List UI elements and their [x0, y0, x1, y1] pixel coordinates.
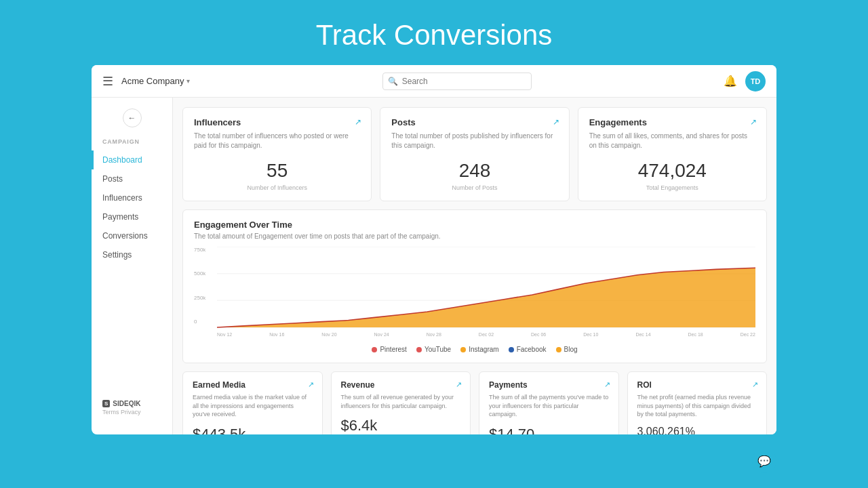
x-label: Dec 10: [583, 332, 598, 337]
engagements-title: Engagements: [589, 117, 755, 127]
legend-label-youtube: YouTube: [425, 346, 451, 353]
sidebar-item-label: Settings: [102, 250, 132, 260]
x-label: Nov 12: [217, 332, 232, 337]
y-label-750k: 750k: [194, 247, 216, 253]
revenue-link-icon[interactable]: ↗: [456, 380, 462, 389]
revenue-desc: The sum of all revenue generated by your…: [341, 393, 461, 410]
sidebar-item-influencers[interactable]: Influencers: [92, 188, 172, 207]
influencers-link-icon[interactable]: ↗: [355, 117, 361, 127]
sidebar-item-dashboard[interactable]: Dashboard: [92, 150, 172, 169]
revenue-title: Revenue: [341, 380, 461, 390]
sidebar-item-label: Posts: [102, 174, 123, 184]
influencers-card: Influencers ↗ The total number of influe…: [182, 107, 372, 201]
stats-row: Influencers ↗ The total number of influe…: [182, 107, 767, 201]
x-label: Nov 20: [321, 332, 336, 337]
x-label: Dec 06: [531, 332, 546, 337]
engagements-desc: The sum of all likes, comments, and shar…: [589, 131, 755, 150]
sidebar-item-conversions[interactable]: Conversions: [92, 226, 172, 245]
legend-pinterest: Pinterest: [372, 346, 406, 353]
x-label: Nov 24: [374, 332, 389, 337]
avatar[interactable]: TD: [745, 71, 766, 92]
legend-label-pinterest: Pinterest: [380, 346, 406, 353]
posts-title: Posts: [391, 117, 557, 127]
influencers-sublabel: Number of Influencers: [194, 184, 360, 191]
influencers-desc: The total number of influencers who post…: [194, 131, 360, 150]
y-label-500k: 500k: [194, 270, 216, 277]
legend-dot-youtube: [416, 347, 422, 352]
engagements-sublabel: Total Engagements: [589, 184, 755, 191]
legend-dot-instagram: [460, 347, 466, 352]
sidebar-item-settings[interactable]: Settings: [92, 245, 172, 264]
top-nav: ☰ Acme Company ▾ 🔍 🔔 TD: [92, 65, 776, 98]
legend-instagram: Instagram: [460, 346, 498, 353]
chat-bubble[interactable]: 💬: [752, 449, 776, 473]
earned-media-card: Earned Media ↗ Earned media value is the…: [182, 371, 323, 434]
chart-svg: [217, 247, 755, 328]
sidebar-item-label: Dashboard: [102, 155, 142, 165]
search-bar: 🔍: [382, 73, 532, 90]
posts-link-icon[interactable]: ↗: [553, 117, 559, 127]
chart-desc: The total amount of Engagement over time…: [194, 232, 755, 240]
chart-legend: Pinterest YouTube Instagram Facebook: [194, 346, 755, 353]
posts-card: Posts ↗ The total number of posts publis…: [380, 107, 569, 201]
company-selector[interactable]: Acme Company ▾: [121, 76, 190, 86]
main-content: ← CAMPAIGN Dashboard Posts Influencers P…: [92, 98, 776, 434]
search-icon: 🔍: [388, 77, 398, 86]
y-axis: 750k 500k 250k 0: [194, 247, 216, 325]
earned-media-title: Earned Media: [193, 380, 313, 390]
logo-icon: S: [102, 400, 110, 407]
legend-facebook: Facebook: [509, 346, 547, 353]
x-label: Dec 18: [688, 332, 703, 337]
sidebar-logo: S SIDEQIK Terms Privacy: [92, 392, 172, 424]
search-input[interactable]: [382, 73, 532, 90]
earned-media-value: $443.5k: [193, 426, 313, 434]
x-label: Dec 22: [741, 332, 755, 337]
chart-title: Engagement Over Time: [194, 220, 755, 230]
influencers-value: 55: [194, 160, 360, 182]
payments-desc: The sum of all the payments you've made …: [489, 393, 609, 419]
x-axis-labels: Nov 12 Nov 16 Nov 20 Nov 24 Nov 28 Dec 0…: [217, 332, 755, 337]
logo-text: S SIDEQIK: [102, 400, 140, 407]
page-title: Track Conversions: [0, 0, 868, 65]
earned-media-desc: Earned media value is the market value o…: [193, 393, 313, 419]
sidebar-item-label: Payments: [102, 212, 138, 222]
x-label: Nov 16: [269, 332, 284, 337]
hamburger-icon[interactable]: ☰: [102, 74, 113, 89]
engagements-link-icon[interactable]: ↗: [750, 117, 757, 127]
roi-desc: The net profit (earned media plus revenu…: [637, 393, 757, 419]
payments-title: Payments: [489, 380, 609, 390]
legend-youtube: YouTube: [416, 346, 451, 353]
posts-value: 248: [391, 160, 557, 182]
company-name: Acme Company: [121, 76, 184, 86]
back-button[interactable]: ←: [123, 108, 142, 127]
payments-value: $14.70: [489, 426, 609, 434]
revenue-value: $6.4k: [341, 417, 461, 434]
roi-link-icon[interactable]: ↗: [752, 380, 758, 389]
content-area: Influencers ↗ The total number of influe…: [173, 98, 776, 434]
sidebar-item-payments[interactable]: Payments: [92, 207, 172, 226]
engagements-value: 474,024: [589, 160, 755, 182]
sidebar-item-label: Influencers: [102, 193, 142, 203]
chart-container: 750k 500k 250k 0: [194, 247, 755, 342]
posts-sublabel: Number of Posts: [391, 184, 557, 191]
sidebar-item-posts[interactable]: Posts: [92, 169, 172, 188]
earned-media-link-icon[interactable]: ↗: [308, 380, 314, 389]
y-label-0: 0: [194, 319, 216, 325]
logo-links: Terms Privacy: [102, 409, 141, 415]
app-window: ☰ Acme Company ▾ 🔍 🔔 TD ← CAMPAIGN Dashb…: [92, 65, 776, 434]
bottom-stats-row: Earned Media ↗ Earned media value is the…: [182, 371, 767, 434]
payments-link-icon[interactable]: ↗: [604, 380, 610, 389]
x-label: Nov 28: [427, 332, 441, 337]
sidebar-back: ←: [92, 108, 172, 127]
bell-icon[interactable]: 🔔: [724, 75, 737, 87]
legend-label-instagram: Instagram: [469, 346, 498, 353]
revenue-card: Revenue ↗ The sum of all revenue generat…: [331, 371, 471, 434]
roi-card: ROI ↗ The net profit (earned media plus …: [627, 371, 768, 434]
legend-blog: Blog: [556, 346, 578, 353]
sidebar-item-label: Conversions: [102, 231, 148, 241]
x-label: Dec 14: [635, 332, 650, 337]
engagement-chart-card: Engagement Over Time The total amount of…: [182, 209, 767, 363]
sidebar: ← CAMPAIGN Dashboard Posts Influencers P…: [92, 98, 173, 434]
sidebar-section-label: CAMPAIGN: [92, 138, 172, 145]
legend-label-blog: Blog: [564, 346, 578, 353]
